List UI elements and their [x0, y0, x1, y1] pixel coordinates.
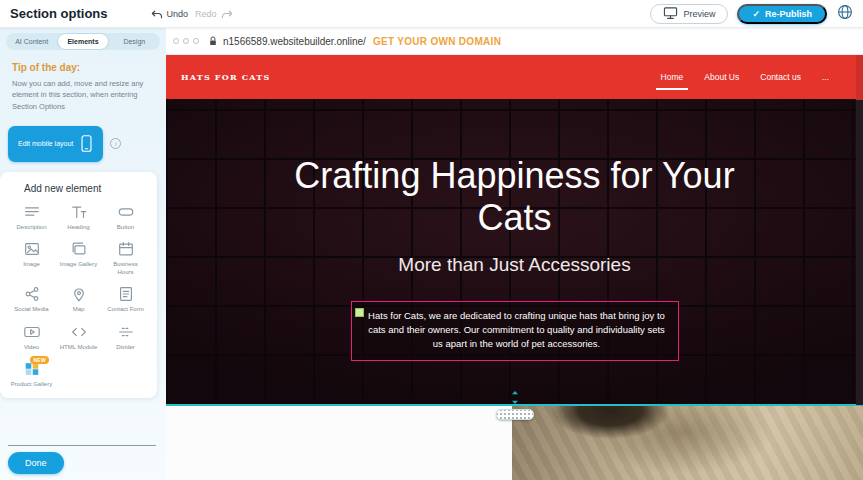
preview-label: Preview	[683, 9, 715, 19]
republish-button[interactable]: ✓ Re-Publish	[737, 4, 827, 24]
undo-button[interactable]: Undo	[150, 8, 189, 19]
hero-section: Crafting Happiness for Your Cats More th…	[166, 99, 863, 405]
element-grid: Description Heading Button Image Image G…	[0, 197, 157, 392]
site-logo[interactable]: HATS FOR CATS	[181, 72, 270, 82]
section-options-sidebar: AI Content Elements Design Tip of the da…	[0, 28, 166, 480]
get-domain-link[interactable]: GET YOUR OWN DOMAIN	[373, 36, 501, 47]
heading-icon	[70, 203, 88, 221]
hero-heading[interactable]: Crafting Happiness for Your Cats	[290, 155, 740, 240]
sidebar-tabs: AI Content Elements Design	[6, 33, 160, 50]
phone-icon	[80, 134, 93, 154]
website-preview: HATS FOR CATS Home About Us Contact us .…	[166, 55, 863, 480]
resize-arrows-icon	[510, 390, 520, 408]
monitor-icon	[663, 6, 678, 22]
preview-scrollbar[interactable]	[856, 55, 863, 405]
check-icon: ✓	[752, 9, 760, 19]
element-item-social-media[interactable]: Social Media	[8, 279, 55, 317]
page-title: Section options	[10, 6, 108, 21]
element-item-label: Image Gallery	[60, 261, 97, 269]
element-item-video[interactable]: Video	[8, 317, 55, 355]
tip-body: Now you can add, move and resize any ele…	[12, 78, 154, 112]
element-item-label: Heading	[67, 224, 89, 232]
sidebar-divider	[8, 445, 156, 446]
hero-text-element[interactable]: Hats for Cats, we are dedicated to craft…	[351, 301, 679, 361]
element-item-button[interactable]: Button	[102, 197, 149, 235]
top-toolbar: Section options Undo Redo Preview ✓ Re-P…	[0, 0, 863, 28]
social-media-icon	[23, 285, 41, 303]
hero-subheading[interactable]: More than Just Accessories	[398, 254, 630, 276]
element-item-label: Business Hours	[105, 261, 147, 276]
element-item-label: Divider	[116, 344, 135, 352]
element-resize-handle[interactable]	[355, 308, 364, 317]
redo-icon	[221, 8, 234, 19]
lock-icon	[208, 35, 218, 47]
element-item-label: HTML Module	[60, 344, 97, 352]
site-url: n1566589.websitebuilder.online/	[223, 36, 366, 47]
element-item-image[interactable]: Image	[8, 234, 55, 279]
tab-ai-content[interactable]: AI Content	[7, 34, 56, 49]
element-item-label: Image	[23, 261, 40, 269]
undo-label: Undo	[167, 9, 189, 19]
redo-button[interactable]: Redo	[195, 8, 234, 19]
editor-canvas: n1566589.websitebuilder.online/ GET YOUR…	[166, 28, 863, 480]
description-icon	[23, 203, 41, 221]
site-nav: Home About Us Contact us ...	[661, 72, 829, 82]
element-item-contact-form[interactable]: Contact Form	[102, 279, 149, 317]
element-item-heading[interactable]: Heading	[55, 197, 102, 235]
next-section-blank-area	[166, 406, 512, 480]
element-item-map[interactable]: Map	[55, 279, 102, 317]
video-icon	[23, 323, 41, 341]
drag-grip-icon	[496, 409, 534, 420]
element-item-label: Map	[73, 306, 85, 314]
element-item-label: Social Media	[14, 306, 48, 314]
hero-paragraph: Hats for Cats, we are dedicated to craft…	[368, 310, 665, 350]
image-icon	[23, 240, 41, 258]
add-new-element-panel: Add new element Description Heading Butt…	[0, 172, 157, 398]
done-button[interactable]: Done	[8, 452, 64, 474]
globe-icon	[837, 4, 853, 24]
element-item-description[interactable]: Description	[8, 197, 55, 235]
mobile-layout-row: Edit mobile layout i	[8, 126, 166, 162]
undo-redo-group: Undo Redo	[150, 8, 234, 19]
element-item-product-gallery[interactable]: NEW Product Gallery	[8, 354, 55, 392]
window-dot	[193, 38, 199, 44]
element-item-business-hours[interactable]: Business Hours	[102, 234, 149, 279]
redo-label: Redo	[195, 9, 217, 19]
map-pin-icon	[70, 285, 88, 303]
business-hours-icon	[117, 240, 135, 258]
element-item-label: Description	[16, 224, 46, 232]
button-icon	[117, 203, 135, 221]
tab-design[interactable]: Design	[110, 34, 159, 49]
edit-mobile-label: Edit mobile layout	[18, 140, 73, 147]
html-module-icon	[70, 323, 88, 341]
browser-address-bar: n1566589.websitebuilder.online/ GET YOUR…	[166, 28, 863, 55]
window-dot	[183, 38, 189, 44]
element-item-image-gallery[interactable]: Image Gallery	[55, 234, 102, 279]
divider-icon	[117, 323, 135, 341]
nav-item-home[interactable]: Home	[661, 72, 684, 82]
add-panel-title: Add new element	[0, 172, 157, 197]
undo-icon	[150, 8, 163, 19]
edit-mobile-layout-button[interactable]: Edit mobile layout	[8, 126, 103, 162]
nav-more-menu[interactable]: ...	[822, 72, 829, 82]
tip-of-the-day: Tip of the day: Now you can add, move an…	[0, 50, 166, 116]
element-item-label: Button	[117, 224, 134, 232]
cat-on-sand-photo[interactable]	[512, 406, 863, 480]
info-icon[interactable]: i	[110, 138, 121, 149]
element-item-label: Contact Form	[107, 306, 143, 314]
element-item-html-module[interactable]: HTML Module	[55, 317, 102, 355]
site-header: HATS FOR CATS Home About Us Contact us .…	[166, 55, 863, 99]
section-resize-handle[interactable]	[496, 390, 534, 420]
element-item-label: Product Gallery	[11, 381, 52, 389]
tab-elements[interactable]: Elements	[58, 34, 107, 49]
window-dot	[173, 38, 179, 44]
preview-button[interactable]: Preview	[650, 4, 728, 24]
contact-form-icon	[117, 285, 135, 303]
language-globe-button[interactable]	[837, 4, 853, 24]
window-controls	[173, 38, 199, 44]
scrollbar-thumb[interactable]	[856, 55, 863, 100]
element-item-divider[interactable]: Divider	[102, 317, 149, 355]
nav-item-contact-us[interactable]: Contact us	[760, 72, 801, 82]
nav-item-about-us[interactable]: About Us	[704, 72, 739, 82]
new-badge: NEW	[30, 356, 49, 364]
